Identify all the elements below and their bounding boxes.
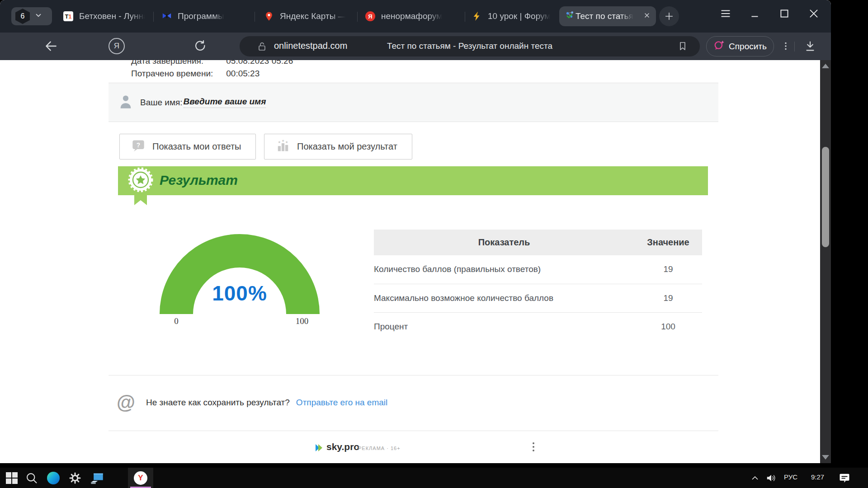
- show-answers-button[interactable]: ? Показать мои ответы: [119, 134, 256, 160]
- refresh-icon[interactable]: [191, 37, 209, 55]
- tab-forum-nenorma[interactable]: Я ненормафорум: [365, 0, 442, 33]
- clock[interactable]: 9:27: [811, 473, 824, 481]
- test-favicon-icon: [566, 10, 576, 23]
- tab-title: ненормафорум: [381, 11, 442, 21]
- svg-text:★: ★: [285, 140, 288, 144]
- row-label: Максимально возможное количество баллов: [374, 284, 634, 312]
- tab-bar: 6 T1 Бетховен - Лунна Программы Яндекс К…: [0, 0, 831, 33]
- tab-title: Бетховен - Лунна: [79, 11, 145, 21]
- gauge-max-label: 100: [292, 316, 312, 326]
- time-spent-row: Потрачено времени: 00:05:23: [131, 69, 259, 79]
- new-tab-button[interactable]: [659, 6, 679, 26]
- map-pin-icon: [264, 11, 274, 21]
- windows-taskbar: Y РУС 9:27: [0, 468, 868, 488]
- browser-toolbar: Я onlinetestpad.com Тест по статьям - Ре…: [0, 33, 831, 60]
- bookmark-icon[interactable]: [677, 41, 688, 53]
- forum-favicon-icon: [472, 11, 482, 21]
- toolbar-separator: [794, 42, 795, 52]
- volume-icon[interactable]: [761, 468, 781, 488]
- tab-programs[interactable]: Программы: [162, 0, 224, 33]
- table-row: Максимально возможное количество баллов …: [374, 284, 702, 312]
- ad-menu-icon[interactable]: [529, 441, 538, 456]
- tab-separator: [153, 12, 154, 22]
- scrollbar-thumb[interactable]: [822, 147, 829, 247]
- email-question-text: Не знаете как сохранить результат?: [146, 398, 290, 408]
- ask-ai-button[interactable]: Спросить: [706, 36, 774, 56]
- tab-lesson-forum[interactable]: 10 урок | Форум: [472, 0, 550, 33]
- ad-brand-text[interactable]: sky.pro: [326, 441, 359, 452]
- tab-counter-button[interactable]: 6: [11, 7, 52, 25]
- programs-favicon-icon: [162, 11, 172, 21]
- gauge-percent-value: 100%: [160, 281, 320, 305]
- tab-close-icon[interactable]: [643, 11, 651, 21]
- show-answers-label: Показать мои ответы: [152, 141, 241, 152]
- send-email-link[interactable]: Отправьте его на email: [296, 398, 387, 408]
- maximize-button[interactable]: [774, 5, 794, 23]
- ask-label: Спросить: [729, 42, 767, 52]
- tab-count-badge: 6: [15, 9, 30, 24]
- windows-logo-icon: [6, 472, 18, 484]
- back-icon[interactable]: [42, 37, 60, 55]
- yandex-browser-taskbar-button[interactable]: Y: [128, 468, 153, 488]
- scroll-up-icon[interactable]: [822, 64, 829, 68]
- chevron-down-icon: [34, 11, 42, 21]
- ya-red-favicon-icon: Я: [365, 11, 375, 21]
- tab-title: Тест по статья: [576, 11, 633, 21]
- settings-gear-icon[interactable]: [65, 468, 85, 488]
- ad-label: РЕКЛАМА · 16+: [358, 446, 401, 451]
- completion-date-value: 05.08.2023 05:26: [226, 60, 293, 66]
- minimize-button[interactable]: [745, 5, 765, 23]
- row-value: 19: [634, 284, 702, 312]
- scroll-down-icon[interactable]: [822, 455, 829, 460]
- download-icon[interactable]: [801, 37, 819, 55]
- browser-menu-button[interactable]: [716, 5, 736, 23]
- show-result-button[interactable]: ★★★ Показать мой результат: [264, 134, 412, 160]
- tab-yandex-maps[interactable]: Яндекс Карты —: [264, 0, 346, 33]
- language-indicator[interactable]: РУС: [784, 473, 797, 481]
- table-header-indicator: Показатель: [374, 230, 634, 255]
- browser-window: 6 T1 Бетховен - Лунна Программы Яндекс К…: [0, 0, 831, 463]
- table-row: Процент 100: [374, 312, 702, 341]
- svg-text:?: ?: [137, 141, 140, 149]
- row-value: 19: [634, 255, 702, 284]
- row-label: Процент: [374, 312, 634, 341]
- table-row: Количество баллов (правильных ответов) 1…: [374, 255, 702, 284]
- close-window-button[interactable]: [804, 5, 824, 23]
- question-bubble-icon: ?: [132, 139, 145, 154]
- tab-separator: [357, 12, 358, 22]
- show-result-label: Показать мой результат: [297, 141, 397, 152]
- notification-center-icon[interactable]: [835, 468, 854, 488]
- podium-icon: ★★★: [276, 139, 290, 155]
- gauge-min-label: 0: [170, 316, 183, 326]
- my-computer-icon[interactable]: [87, 468, 107, 488]
- row-label: Количество баллов (правильных ответов): [374, 255, 634, 284]
- ad-banner[interactable]: sky.pro РЕКЛАМА · 16+: [108, 440, 718, 460]
- tab-title: Яндекс Карты —: [280, 11, 346, 21]
- name-input[interactable]: Введите ваше имя: [184, 97, 266, 108]
- email-save-row: @ Не знаете как сохранить результат? Отп…: [108, 389, 387, 416]
- email-at-icon: @: [117, 393, 135, 412]
- completion-date-label: Дата завершения:: [131, 60, 224, 66]
- user-name-row: Ваше имя: Введите ваше имя: [108, 83, 718, 122]
- person-icon: [118, 94, 133, 112]
- taskbar-search-button[interactable]: [22, 468, 42, 488]
- yandex-button-icon[interactable]: Я: [108, 38, 125, 54]
- t1-favicon-icon: T1: [63, 11, 73, 21]
- start-button[interactable]: [2, 468, 22, 488]
- name-label: Ваше имя:: [140, 98, 183, 108]
- tab-separator: [465, 12, 465, 22]
- row-value: 100: [634, 312, 702, 341]
- address-bar[interactable]: onlinetestpad.com Тест по статьям - Резу…: [240, 36, 700, 56]
- edge-browser-icon[interactable]: [43, 468, 63, 488]
- table-header-value: Значение: [634, 230, 702, 255]
- tab-test-active[interactable]: Тест по статья: [559, 6, 656, 26]
- result-banner: Результат: [118, 166, 708, 195]
- ask-chat-icon: [713, 39, 725, 53]
- svg-text:★: ★: [282, 139, 285, 143]
- vertical-scrollbar[interactable]: [820, 60, 831, 463]
- table-header-row: Показатель Значение: [374, 230, 702, 255]
- more-options-icon[interactable]: [777, 37, 795, 55]
- tab-bethoven[interactable]: T1 Бетховен - Лунна: [63, 0, 145, 33]
- time-spent-value: 00:05:23: [226, 69, 259, 78]
- tab-title: Программы: [178, 11, 224, 21]
